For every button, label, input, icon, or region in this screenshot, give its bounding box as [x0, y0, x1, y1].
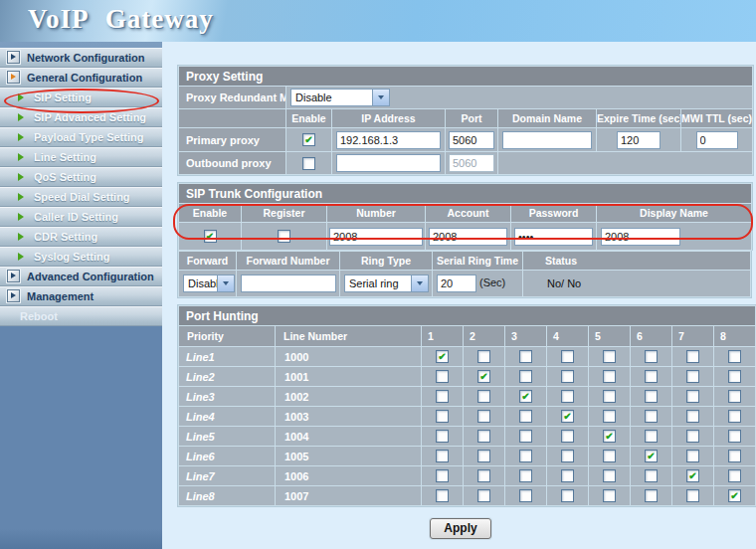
- port-checkbox[interactable]: [436, 350, 449, 363]
- port-checkbox[interactable]: [645, 350, 658, 363]
- port-checkbox[interactable]: [686, 390, 699, 403]
- sidebar-item-cdr-setting[interactable]: CDR Setting: [0, 227, 162, 247]
- port-checkbox[interactable]: [561, 430, 574, 443]
- port-checkbox[interactable]: [477, 370, 490, 383]
- forward-number-input[interactable]: [241, 274, 336, 292]
- port-checkbox[interactable]: [603, 430, 616, 443]
- port-checkbox[interactable]: [728, 489, 741, 502]
- port-checkbox[interactable]: [519, 390, 532, 403]
- primary-proxy-enable-checkbox[interactable]: [302, 133, 315, 146]
- port-checkbox[interactable]: [603, 350, 616, 363]
- port-checkbox[interactable]: [645, 469, 658, 482]
- port-checkbox[interactable]: [645, 410, 658, 423]
- port-checkbox[interactable]: [728, 410, 741, 423]
- port-checkbox[interactable]: [519, 489, 532, 502]
- sidebar-item-payload-type-setting[interactable]: Payload Type Setting: [0, 127, 162, 147]
- port-checkbox[interactable]: [561, 370, 574, 383]
- port-checkbox[interactable]: [686, 469, 699, 482]
- port-checkbox[interactable]: [436, 430, 449, 443]
- port-checkbox[interactable]: [686, 350, 699, 363]
- port-checkbox[interactable]: [686, 430, 699, 443]
- port-checkbox[interactable]: [477, 469, 490, 482]
- sidebar-item-network-configuration[interactable]: Network Configuration: [0, 48, 162, 68]
- port-checkbox[interactable]: [603, 370, 616, 383]
- sidebar-item-qos-setting[interactable]: QoS Setting: [0, 167, 162, 187]
- port-checkbox[interactable]: [686, 410, 699, 423]
- port-checkbox[interactable]: [436, 370, 449, 383]
- port-checkbox[interactable]: [645, 390, 658, 403]
- port-checkbox[interactable]: [561, 450, 574, 462]
- outbound-proxy-enable-checkbox[interactable]: [302, 157, 315, 170]
- sidebar-item-speed-dial-setting[interactable]: Speed Dial Setting: [0, 187, 162, 207]
- port-checkbox[interactable]: [686, 370, 699, 383]
- port-checkbox[interactable]: [561, 489, 574, 502]
- sidebar-item-advanced-configuration[interactable]: Advanced Configuration: [0, 267, 162, 286]
- trunk-number-input[interactable]: [329, 228, 423, 246]
- port-checkbox[interactable]: [436, 450, 449, 462]
- sidebar-item-sip-advanced-setting[interactable]: SIP Advanced Setting: [0, 107, 162, 127]
- sidebar-item-caller-id-setting[interactable]: Caller ID Setting: [0, 207, 162, 227]
- serial-ring-time-input[interactable]: [437, 274, 476, 292]
- port-checkbox[interactable]: [519, 469, 532, 482]
- port-checkbox[interactable]: [519, 410, 532, 423]
- sidebar-item-syslog-setting[interactable]: Syslog Setting: [0, 247, 162, 267]
- port-checkbox[interactable]: [477, 430, 490, 443]
- port-checkbox[interactable]: [519, 430, 532, 443]
- ring-type-select[interactable]: Serial ring: [344, 274, 429, 292]
- port-checkbox[interactable]: [603, 469, 616, 482]
- sidebar-item-management[interactable]: Management: [0, 286, 162, 306]
- port-checkbox[interactable]: [645, 489, 658, 502]
- primary-proxy-domain-input[interactable]: [502, 131, 592, 149]
- port-checkbox[interactable]: [645, 370, 658, 383]
- port-checkbox[interactable]: [477, 450, 490, 462]
- port-checkbox[interactable]: [728, 370, 741, 383]
- port-checkbox[interactable]: [561, 350, 574, 363]
- trunk-register-checkbox[interactable]: [278, 230, 290, 243]
- port-checkbox[interactable]: [728, 350, 741, 363]
- primary-proxy-mwi-input[interactable]: [696, 131, 738, 149]
- port-checkbox[interactable]: [436, 390, 449, 403]
- sidebar-item-reboot[interactable]: Reboot: [0, 306, 162, 326]
- port-checkbox[interactable]: [561, 469, 574, 482]
- port-checkbox[interactable]: [519, 450, 532, 462]
- sidebar-item-label: QoS Setting: [34, 171, 96, 183]
- port-checkbox[interactable]: [477, 410, 490, 423]
- outbound-proxy-ip-input[interactable]: [336, 154, 441, 172]
- sidebar-item-line-setting[interactable]: Line Setting: [0, 147, 162, 167]
- port-checkbox[interactable]: [728, 450, 741, 462]
- port-checkbox[interactable]: [603, 410, 616, 423]
- trunk-enable-checkbox[interactable]: [204, 230, 217, 243]
- port-checkbox[interactable]: [519, 370, 532, 383]
- sidebar-item-sip-setting[interactable]: SIP Setting: [0, 88, 162, 107]
- port-checkbox[interactable]: [603, 489, 616, 502]
- port-checkbox[interactable]: [436, 489, 449, 502]
- port-checkbox[interactable]: [561, 390, 574, 403]
- port-checkbox[interactable]: [728, 390, 741, 403]
- apply-button[interactable]: Apply: [430, 518, 490, 539]
- port-checkbox[interactable]: [728, 430, 741, 443]
- port-checkbox[interactable]: [477, 390, 490, 403]
- trunk-password-input[interactable]: [514, 228, 593, 246]
- port-checkbox[interactable]: [519, 350, 532, 363]
- port-checkbox[interactable]: [603, 450, 616, 462]
- port-checkbox[interactable]: [477, 489, 490, 502]
- port-checkbox[interactable]: [436, 410, 449, 423]
- port-checkbox[interactable]: [561, 410, 574, 423]
- port-checkbox[interactable]: [686, 489, 699, 502]
- primary-proxy-expire-input[interactable]: [617, 131, 661, 149]
- port-checkbox[interactable]: [686, 450, 699, 462]
- trunk-account-input[interactable]: [429, 228, 507, 246]
- port-checkbox[interactable]: [645, 430, 658, 443]
- primary-proxy-port-input[interactable]: [449, 131, 494, 149]
- sidebar-item-general-configuration[interactable]: General Configuration: [0, 68, 162, 88]
- trunk-display-name-input[interactable]: [601, 228, 680, 246]
- primary-proxy-ip-input[interactable]: [336, 131, 441, 149]
- proxy-redundant-mode-select[interactable]: Disable: [290, 89, 390, 106]
- forward-mode-select[interactable]: Disable: [183, 274, 235, 292]
- port-checkbox[interactable]: [477, 350, 490, 363]
- port-checkbox[interactable]: [436, 469, 449, 482]
- port-checkbox[interactable]: [728, 469, 741, 482]
- priority-cell: Line1: [179, 347, 275, 366]
- port-checkbox[interactable]: [603, 390, 616, 403]
- port-checkbox[interactable]: [645, 450, 658, 462]
